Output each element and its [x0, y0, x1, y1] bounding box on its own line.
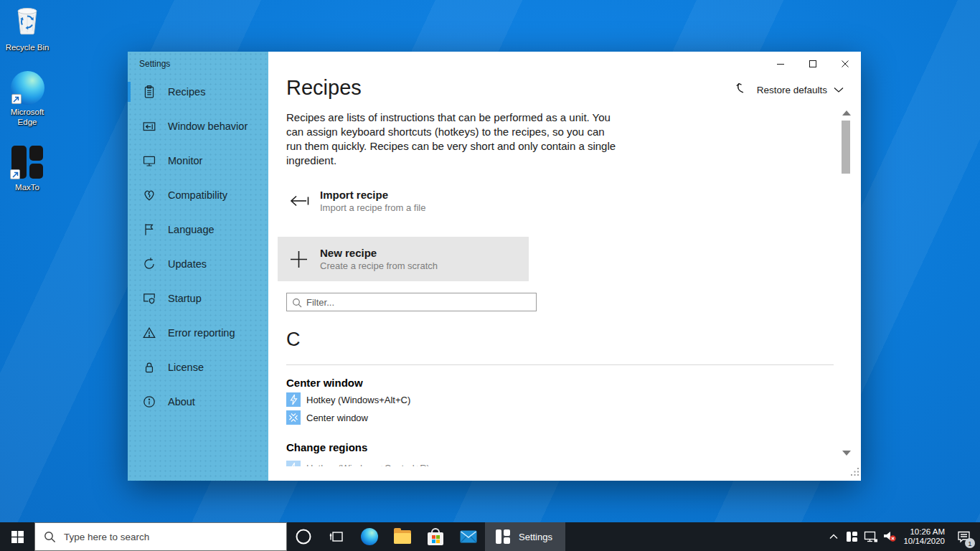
new-recipe-button[interactable]: New recipe Create a recipe from scratch [278, 237, 529, 281]
volume-muted-icon [882, 531, 897, 542]
sidebar-item-window-behavior[interactable]: Window behavior [128, 109, 268, 143]
cortana-icon [295, 528, 312, 545]
desktop-icon-maxto[interactable]: MaxTo [0, 144, 55, 192]
filter-input[interactable] [287, 293, 536, 311]
notification-count-badge: 1 [965, 538, 975, 548]
scroll-down-icon[interactable] [842, 451, 851, 456]
scrollbar-thumb[interactable] [842, 121, 850, 174]
plus-icon [286, 250, 311, 269]
recipe-hotkey-row[interactable]: Hotkey (Windows+Alt+C) [286, 391, 410, 408]
refresh-icon [142, 257, 156, 271]
center-window-icon [286, 410, 301, 425]
restore-defaults-button[interactable]: Restore defaults [735, 80, 844, 99]
sidebar-item-monitor[interactable]: Monitor [128, 143, 268, 178]
window-controls [764, 53, 861, 75]
sidebar-item-language[interactable]: Language [128, 212, 268, 247]
window-move-icon [142, 119, 156, 133]
startup-shield-icon [142, 291, 156, 306]
import-recipe-button[interactable]: Import recipe Import a recipe from a fil… [286, 182, 530, 220]
search-icon [44, 531, 56, 543]
filter-field [286, 293, 537, 311]
desktop-icon-recycle-bin[interactable]: Recycle Bin [0, 4, 55, 52]
taskbar: Type here to search [0, 522, 980, 551]
microsoft-store-button[interactable] [419, 522, 452, 551]
settings-main-panel: Restore defaults Recipes Recipes are lis… [268, 52, 861, 481]
section-letter-header: C [286, 329, 301, 351]
warning-triangle-icon [142, 326, 156, 340]
sidebar-item-error-reporting[interactable]: Error reporting [128, 316, 268, 350]
sidebar-item-about[interactable]: About [128, 385, 268, 419]
lock-icon [142, 360, 156, 375]
sidebar-item-updates[interactable]: Updates [128, 247, 268, 281]
monitor-icon [142, 154, 156, 168]
broken-heart-icon [142, 188, 156, 202]
restore-defaults-label: Restore defaults [757, 85, 827, 95]
sidebar-item-label: About [168, 396, 195, 408]
sidebar-item-compatibility[interactable]: Compatibility [128, 178, 268, 212]
shortcut-arrow-icon [10, 169, 20, 179]
taskbar-clock[interactable]: 10:26 AM 10/14/2020 [903, 527, 945, 547]
action-center-button[interactable]: 1 [951, 522, 976, 551]
undo-icon [735, 80, 750, 99]
sidebar-item-recipes[interactable]: Recipes [128, 75, 268, 109]
cortana-button[interactable] [287, 522, 320, 551]
scrollbar[interactable] [840, 109, 852, 465]
windows-logo-icon [11, 531, 24, 543]
sidebar-item-label: Window behavior [168, 121, 248, 132]
search-icon [292, 298, 302, 308]
taskbar-search-box[interactable]: Type here to search [34, 522, 287, 551]
taskbar-edge-button[interactable] [353, 522, 386, 551]
hotkey-label: Hotkey (Windows+Control+R) [306, 463, 430, 467]
flag-icon [142, 222, 156, 237]
maxto-icon [495, 529, 511, 545]
sidebar: Settings Recipes Window beh [128, 52, 268, 481]
recipe-action-row[interactable]: Center window [286, 409, 410, 426]
hotkey-label: Hotkey (Windows+Alt+C) [306, 395, 410, 405]
section-divider [286, 364, 834, 365]
clock-time: 10:26 AM [903, 527, 945, 537]
scroll-up-icon[interactable] [842, 110, 851, 116]
edge-icon [11, 71, 44, 105]
clipboard-icon [142, 85, 156, 99]
desktop-icon-label: MaxTo [15, 182, 39, 192]
clock-date: 10/14/2020 [903, 537, 945, 547]
network-button[interactable] [862, 522, 880, 551]
start-button[interactable] [0, 522, 34, 551]
recycle-bin-icon [11, 4, 43, 40]
recipe-hotkey-row[interactable]: Hotkey (Windows+Control+R) [286, 459, 430, 466]
mail-button[interactable] [452, 522, 485, 551]
tray-maxto-button[interactable] [843, 522, 862, 551]
tray-expand-button[interactable] [824, 522, 843, 551]
sidebar-item-license[interactable]: License [128, 350, 268, 385]
network-ethernet-icon [864, 531, 878, 543]
sidebar-item-label: License [168, 362, 204, 373]
task-view-icon [329, 530, 344, 543]
settings-window: Settings Recipes Window beh [128, 52, 861, 481]
sidebar-item-startup[interactable]: Startup [128, 281, 268, 316]
resize-grip[interactable] [850, 466, 859, 479]
minimize-button[interactable] [764, 53, 796, 75]
action-title: Import recipe [320, 189, 425, 201]
close-button[interactable] [829, 53, 861, 75]
recipe-group-change-regions: Change regions Hotkey (Windows+Control+R… [286, 441, 430, 466]
desktop-icon-microsoft-edge[interactable]: Microsoft Edge [0, 71, 55, 127]
sidebar-item-label: Monitor [168, 155, 202, 166]
chevron-up-icon [829, 534, 838, 540]
shortcut-arrow-icon [11, 94, 22, 104]
recipe-name: Center window [286, 376, 410, 390]
sidebar-item-label: Updates [168, 258, 207, 270]
taskbar-settings-app-button[interactable]: Settings [485, 522, 565, 551]
file-explorer-icon [394, 530, 411, 544]
maximize-button[interactable] [796, 53, 829, 75]
file-explorer-button[interactable] [386, 522, 419, 551]
volume-button[interactable] [880, 522, 899, 551]
maxto-icon [847, 531, 858, 542]
action-label: Center window [306, 413, 368, 423]
task-view-button[interactable] [320, 522, 353, 551]
sidebar-item-label: Language [168, 224, 215, 235]
action-title: New recipe [320, 247, 438, 259]
action-subtitle: Create a recipe from scratch [320, 260, 438, 271]
desktop-icon-label: Recycle Bin [6, 42, 50, 52]
maxto-icon [9, 144, 45, 180]
store-icon [428, 528, 443, 545]
